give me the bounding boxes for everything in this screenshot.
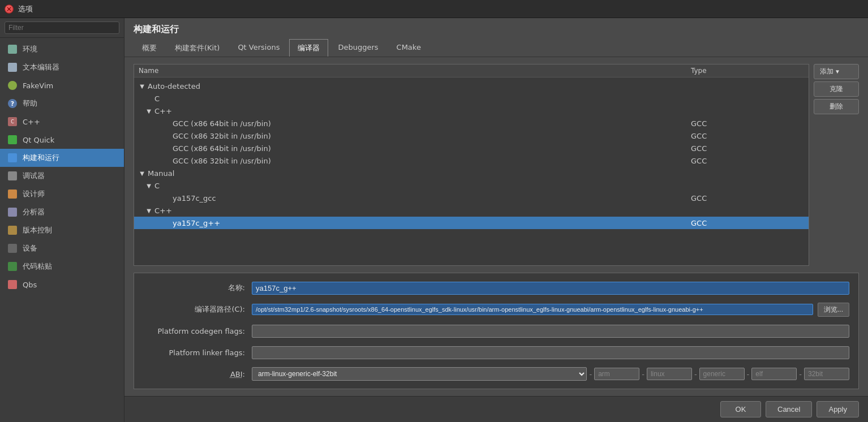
compiler-path-input[interactable]	[252, 304, 813, 315]
vcs-icon	[7, 225, 18, 236]
sidebar-item-cpp[interactable]: C C++	[0, 113, 124, 131]
sidebar-item-label: 文本编辑器	[23, 62, 59, 72]
code-icon	[7, 261, 18, 272]
tab-overview[interactable]: 概要	[134, 39, 165, 57]
tab-kits[interactable]: 构建套件(Kit)	[166, 39, 228, 57]
qbs-icon	[7, 279, 18, 290]
content-area: 构建和运行 概要 构建套件(Kit) Qt Versions 编译器 Debug…	[124, 18, 868, 422]
sidebar-item-env[interactable]: 环境	[0, 40, 124, 58]
apply-button[interactable]: Apply	[817, 401, 859, 417]
sidebar-item-label: 设计师	[23, 189, 45, 199]
platform-linker-input[interactable]	[252, 346, 849, 359]
sidebar-item-analyze[interactable]: 分析器	[0, 203, 124, 221]
tree-row[interactable]: GCC (x86 32bit in /usr/bin) GCC	[134, 154, 809, 167]
filter-input[interactable]	[5, 21, 119, 34]
platform-linker-label: Platform linker flags:	[143, 348, 245, 357]
sidebar-items: 环境 文本编辑器 FakeVim ? 帮助	[0, 38, 124, 422]
title-bar: 选项	[0, 0, 868, 18]
sidebar-item-label: 代码粘贴	[23, 261, 52, 272]
table-header: Name Type	[134, 64, 809, 77]
delete-button[interactable]: 删除	[814, 99, 859, 114]
sidebar-item-texteditor[interactable]: 文本编辑器	[0, 58, 124, 76]
help-icon: ?	[7, 98, 18, 109]
platform-codegen-input[interactable]	[252, 325, 849, 338]
col-name-header: Name	[139, 67, 691, 75]
browse-button[interactable]: 浏览...	[818, 303, 849, 317]
tree-row-selected[interactable]: ya157c_g++ GCC	[134, 217, 809, 229]
compiler-list-section: Name Type ▼ Auto-detected	[134, 64, 859, 266]
chevron-icon: ▼	[145, 208, 152, 214]
tree-row[interactable]: GCC (x86 64bit in /usr/bin) GCC	[134, 117, 809, 130]
tree-node-label: ya157c_g++	[173, 219, 220, 227]
cancel-button[interactable]: Cancel	[766, 401, 812, 417]
sidebar-item-design[interactable]: 设计师	[0, 185, 124, 203]
tab-compilers[interactable]: 编译器	[289, 39, 328, 57]
device-icon	[7, 243, 18, 254]
table-buttons: 添加 ▼ 克隆 删除	[814, 64, 859, 266]
tree-row[interactable]: ▼ Auto-detected	[134, 80, 809, 92]
tree-type-cell: GCC	[691, 132, 804, 140]
sidebar-item-vcs[interactable]: 版本控制	[0, 221, 124, 239]
sidebar-item-code[interactable]: 代码粘贴	[0, 257, 124, 275]
add-button[interactable]: 添加 ▼	[814, 64, 859, 79]
tree-row[interactable]: ▼ Manual	[134, 167, 809, 179]
analyze-icon	[7, 206, 18, 218]
abi-format-input[interactable]	[751, 368, 797, 380]
tree-type-cell: GCC	[691, 144, 804, 153]
design-icon	[7, 188, 18, 200]
tree-row[interactable]: C	[134, 92, 809, 105]
sidebar-item-label: C++	[23, 118, 40, 126]
name-input[interactable]	[252, 282, 849, 295]
sidebar-item-label: 分析器	[23, 207, 45, 217]
env-icon	[7, 44, 18, 55]
sidebar-item-label: 设备	[23, 243, 37, 253]
sidebar-item-qbs[interactable]: Qbs	[0, 275, 124, 294]
tree-row[interactable]: ▼ C	[134, 179, 809, 192]
tree-node-label: C	[154, 182, 160, 190]
abi-select[interactable]: arm-linux-generic-elf-32bit	[252, 367, 587, 381]
tree-node-label: GCC (x86 32bit in /usr/bin)	[173, 132, 271, 140]
tabs-bar: 概要 构建套件(Kit) Qt Versions 编译器 Debuggers C…	[124, 39, 868, 57]
abi-flavor-input[interactable]	[699, 368, 745, 380]
clone-button[interactable]: 克隆	[814, 81, 859, 97]
platform-linker-row: Platform linker flags:	[143, 345, 849, 360]
compiler-details: 名称: 编译器路径(C): 浏览... Platform codegen fla…	[134, 273, 859, 389]
window-title: 选项	[18, 4, 33, 14]
name-label: 名称:	[143, 283, 245, 293]
abi-os-input[interactable]	[647, 368, 692, 380]
compiler-path-row: 编译器路径(C): 浏览...	[143, 302, 849, 317]
tab-qt-versions[interactable]: Qt Versions	[229, 39, 288, 57]
sidebar: 环境 文本编辑器 FakeVim ? 帮助	[0, 18, 124, 422]
close-button[interactable]	[5, 5, 14, 14]
sidebar-item-label: 版本控制	[23, 225, 52, 235]
sidebar-item-label: Qbs	[23, 281, 37, 289]
sidebar-item-device[interactable]: 设备	[0, 239, 124, 257]
chevron-icon: ▼	[139, 83, 145, 89]
sidebar-item-debug[interactable]: 调试器	[0, 167, 124, 185]
sidebar-item-label: 构建和运行	[23, 153, 59, 163]
sidebar-item-build[interactable]: 构建和运行	[0, 149, 124, 167]
tree-row[interactable]: ▼ C++	[134, 105, 809, 117]
ok-button[interactable]: OK	[720, 401, 761, 417]
page-title: 构建和运行	[124, 18, 868, 39]
vim-icon	[7, 80, 18, 91]
tree-row[interactable]: ya157c_gcc GCC	[134, 192, 809, 204]
text-icon	[7, 62, 18, 73]
abi-label: ABI:	[143, 370, 245, 378]
abi-width-input[interactable]	[804, 368, 849, 380]
abi-arch-input[interactable]	[594, 368, 639, 380]
tree-view: ▼ Auto-detected C	[134, 77, 809, 231]
tree-node-label: GCC (x86 32bit in /usr/bin)	[173, 157, 271, 165]
filter-container	[0, 18, 124, 38]
tree-type-cell: GCC	[691, 157, 804, 165]
sidebar-item-label: 帮助	[23, 98, 37, 109]
tree-row[interactable]: ▼ C++	[134, 204, 809, 217]
tree-node-label: ya157c_gcc	[173, 194, 216, 203]
tree-row[interactable]: GCC (x86 64bit in /usr/bin) GCC	[134, 142, 809, 154]
sidebar-item-qtquick[interactable]: Qt Quick	[0, 131, 124, 149]
sidebar-item-help[interactable]: ? 帮助	[0, 94, 124, 113]
tab-debuggers[interactable]: Debuggers	[329, 39, 386, 57]
tab-cmake[interactable]: CMake	[388, 39, 429, 57]
sidebar-item-fakevim[interactable]: FakeVim	[0, 76, 124, 94]
tree-row[interactable]: GCC (x86 32bit in /usr/bin) GCC	[134, 130, 809, 142]
